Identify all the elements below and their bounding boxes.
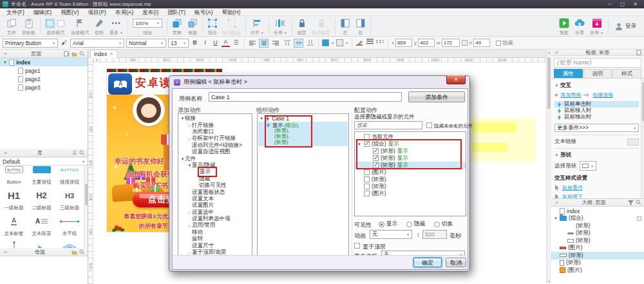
search-icon[interactable] xyxy=(79,150,85,156)
library-item[interactable]: H1一级标题 xyxy=(0,186,28,212)
canvas-vertical-scrollbar[interactable]: ▲ ▼ xyxy=(546,50,551,284)
outline-item[interactable]: (图片) xyxy=(551,245,644,252)
outline-item[interactable]: (矩形) xyxy=(551,252,644,260)
toolbar-select-mode-button[interactable]: 选择模式 xyxy=(43,17,68,36)
widget-name-field[interactable]: (矩形 Name) xyxy=(554,58,641,68)
action-item[interactable]: 显示 xyxy=(178,169,252,175)
toolbar-preview-button[interactable]: 预览 xyxy=(556,17,572,36)
page-tree-item[interactable]: ▼index xyxy=(0,58,88,66)
toolbar-master-button[interactable]: 母版 xyxy=(185,17,200,36)
library-item[interactable]: 水平线 xyxy=(55,212,84,238)
zoom-select[interactable]: 100%▼ xyxy=(133,19,162,28)
action-item[interactable]: 设置面板状态 xyxy=(178,189,252,195)
toolbar-align-button[interactable]: 对齐 ▼ xyxy=(248,17,267,36)
menu-item[interactable]: 项目(P) xyxy=(84,8,111,16)
menu-item[interactable]: 视图(V) xyxy=(56,8,83,16)
widget-tree-item[interactable]: (矩形) xyxy=(355,183,466,190)
search-icon[interactable] xyxy=(79,249,85,255)
dialog-title-bar[interactable]: ⚡ 用例编辑 < 鼠标单击时 > xyxy=(169,76,469,88)
hide-unnamed-checkbox[interactable] xyxy=(426,122,432,128)
widget-tree-item[interactable]: 当前元件 xyxy=(355,133,466,140)
menu-item[interactable]: 编辑(E) xyxy=(29,8,56,16)
outline-item[interactable]: (矩形) xyxy=(551,237,644,245)
shape-select[interactable]: ▼ xyxy=(580,161,596,171)
font-family-select[interactable]: Arial▼ xyxy=(70,39,124,48)
event-item[interactable]: 鼠标移出时 xyxy=(554,114,639,120)
widget-tree-item[interactable]: (矩形)显示 xyxy=(355,162,466,169)
menu-item[interactable]: 团队(T) xyxy=(163,8,190,16)
menu-item[interactable]: 帮助(H) xyxy=(217,8,245,16)
border-style-button[interactable] xyxy=(376,39,384,47)
animate-select[interactable]: 无▼ xyxy=(370,230,412,239)
organize-actions-list[interactable]: ▼ Case 1 显示 (组合),(矩形),(矩形),(矩形) xyxy=(257,113,349,256)
opacity-button[interactable] xyxy=(336,39,343,46)
outline-item[interactable]: index xyxy=(551,207,644,215)
hidden-widget-bar[interactable] xyxy=(472,122,516,133)
toolbar-distribute-button[interactable]: 分布 ▼ xyxy=(271,17,290,36)
action-item[interactable]: ▼链接 xyxy=(178,115,252,122)
toolbar-panel-right-button[interactable]: 右 xyxy=(353,17,368,36)
library-item[interactable] xyxy=(0,238,28,248)
action-item[interactable]: 设置文本 xyxy=(178,196,252,202)
page-tree-item[interactable]: page1 xyxy=(0,66,88,75)
widget-style-select[interactable]: Primary Button▼ xyxy=(3,39,58,48)
page-note-icon[interactable] xyxy=(636,50,641,55)
font-weight-select[interactable]: Normal▼ xyxy=(126,39,166,48)
toolbar-publish-button[interactable]: 发布 ▼ xyxy=(587,17,606,36)
border-width-button[interactable] xyxy=(366,39,374,47)
x-field[interactable]: x xyxy=(392,39,412,47)
menu-item[interactable]: 布局(A) xyxy=(111,8,138,16)
toolbar-cut-button[interactable]: 切割 xyxy=(91,17,107,36)
valign-middle-icon[interactable] xyxy=(294,39,303,48)
tab-属性[interactable]: 属性 xyxy=(554,69,583,78)
bold-button[interactable]: B xyxy=(191,39,199,47)
hide-checkbox[interactable]: 隐藏 xyxy=(496,39,513,46)
case-action-line[interactable]: (矩形) xyxy=(266,139,348,145)
widget-tree-item[interactable]: (图片) xyxy=(355,190,466,197)
w-field[interactable]: w xyxy=(437,39,460,47)
interaction-style-link[interactable]: 鼠标悬停 xyxy=(554,184,639,191)
widget-search-input[interactable] xyxy=(354,121,422,129)
dialog-close-icon[interactable]: ✕ xyxy=(446,75,466,84)
tab-index[interactable]: index✕ xyxy=(90,50,117,58)
text-link-button[interactable] xyxy=(627,138,639,146)
add-folder-icon[interactable] xyxy=(71,51,77,57)
menu-item[interactable]: 文件(F) xyxy=(2,8,29,16)
page-tree-item[interactable]: page3 xyxy=(0,83,88,91)
align-center-icon[interactable] xyxy=(259,39,269,48)
case-name-input[interactable] xyxy=(209,92,402,102)
toolbar-more-button[interactable]: 更多 ▼ xyxy=(107,17,126,36)
minimize-icon[interactable]: ─ xyxy=(603,1,616,8)
toolbar-panel-left-button[interactable]: 左 xyxy=(337,17,353,36)
add-condition-button[interactable]: 添加条件 xyxy=(408,91,465,102)
outline-item[interactable]: ▼(组合) xyxy=(551,215,644,223)
list-view-icon[interactable]: ☰ xyxy=(71,150,77,156)
add-page-icon[interactable] xyxy=(64,51,70,57)
font-size-select[interactable]: 13▼ xyxy=(168,39,189,48)
valign-top-icon[interactable] xyxy=(282,39,292,48)
tab-close-icon[interactable]: ✕ xyxy=(109,52,113,57)
case-name[interactable]: Case 1 xyxy=(272,115,289,122)
toolbar-connect-button[interactable]: 连接模式 xyxy=(68,17,91,36)
outline-item[interactable]: (矩形) xyxy=(551,222,644,230)
border-color-button[interactable] xyxy=(355,39,364,47)
collapse-panel-icon[interactable]: « xyxy=(554,50,560,55)
hidden-widget-bar[interactable] xyxy=(472,143,507,152)
add-case-link[interactable]: 添加用例 xyxy=(560,91,581,99)
action-item[interactable]: 旋转 xyxy=(178,236,252,242)
library-item[interactable]: H2二级标题 xyxy=(28,186,55,212)
visibility-radio-显示[interactable]: 显示 xyxy=(379,220,397,228)
page-tree-item[interactable]: page2 xyxy=(0,75,88,83)
collapse-panel-icon[interactable]: « xyxy=(3,51,8,57)
fill-color-button[interactable] xyxy=(322,39,329,46)
widget-tree-item[interactable]: (矩形) xyxy=(355,176,466,183)
italic-button[interactable]: I xyxy=(201,39,209,47)
more-events-select[interactable]: 更多事件>>>▼ xyxy=(554,124,639,132)
inspector-scrollbar[interactable] xyxy=(641,79,644,198)
y-field[interactable]: y xyxy=(414,39,435,47)
outline-item[interactable]: (图片) xyxy=(551,267,644,274)
widget-tree-item[interactable]: (图片) xyxy=(355,169,466,176)
font-color-button[interactable]: A xyxy=(222,39,230,47)
line-spacing-button[interactable]: ☰ xyxy=(232,39,240,47)
interaction-section-header[interactable]: ▼交互 xyxy=(554,82,639,90)
